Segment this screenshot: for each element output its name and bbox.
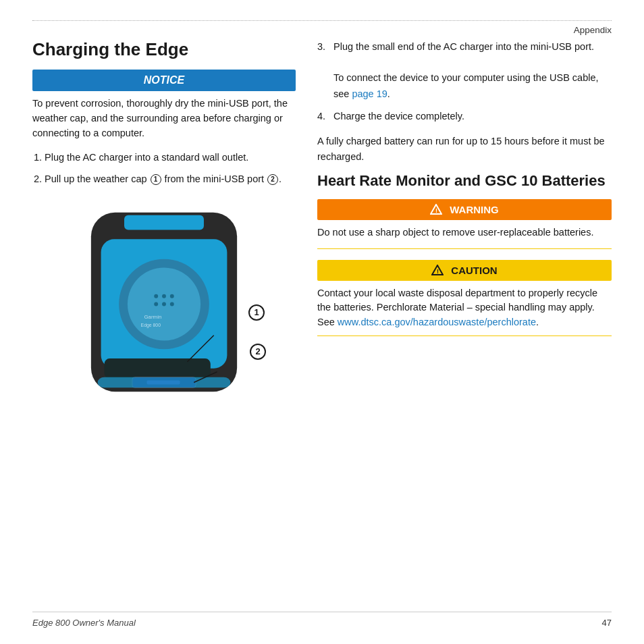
caution-label: CAUTION	[451, 265, 497, 276]
step-3-sub: To connect the device to your computer u…	[333, 72, 599, 99]
step-4-num: 4.	[317, 109, 328, 124]
charging-steps: Plug the AC charger into a standard wall…	[45, 150, 296, 186]
right-column: 3. Plug the small end of the AC charger …	[317, 39, 612, 408]
svg-point-7	[170, 294, 174, 298]
battery-para: A fully charged battery can run for up t…	[317, 134, 612, 165]
footer-page-number: 47	[602, 618, 612, 628]
step-3-content: Plug the small end of the AC charger int…	[333, 39, 612, 102]
caution-banner: ! CAUTION	[317, 260, 612, 281]
svg-rect-1	[124, 215, 204, 230]
warning-text: Do not use a sharp object to remove user…	[317, 225, 612, 249]
step-1: Plug the AC charger into a standard wall…	[45, 150, 296, 165]
page: Appendix Charging the Edge NOTICE To pre…	[0, 0, 644, 644]
charging-steps-cont: 3. Plug the small end of the AC charger …	[317, 39, 612, 124]
device-illustration: Garmin Edge 800 1	[32, 199, 296, 408]
caution-text: Contact your local waste disposal depart…	[317, 286, 612, 336]
notice-banner: NOTICE	[32, 70, 296, 91]
svg-rect-16	[98, 377, 231, 387]
step-1-text: Plug the AC charger into a standard wall…	[45, 152, 248, 163]
svg-text:Edge 800: Edge 800	[141, 323, 161, 328]
svg-text:!: !	[437, 268, 439, 275]
section-title-charging: Charging the Edge	[32, 39, 296, 60]
step-3-num: 3.	[317, 39, 328, 102]
callout-2: 2	[250, 344, 266, 360]
step-4-text: Charge the device completely.	[333, 109, 464, 124]
callout-1: 1	[248, 304, 265, 321]
warning-label: WARNING	[450, 204, 499, 215]
step-3-text: Plug the small end of the AC charger int…	[333, 41, 594, 52]
svg-text:!: !	[435, 207, 437, 214]
svg-point-10	[170, 302, 174, 306]
warning-banner: ! WARNING	[317, 199, 612, 220]
left-column: Charging the Edge NOTICE To prevent corr…	[32, 39, 296, 408]
step-3: 3. Plug the small end of the AC charger …	[317, 39, 612, 102]
page-footer: Edge 800 Owner's Manual 47	[32, 612, 612, 628]
svg-point-8	[154, 302, 158, 306]
two-column-layout: Charging the Edge NOTICE To prevent corr…	[32, 39, 612, 408]
svg-point-6	[162, 294, 166, 298]
step-4: 4. Charge the device completely.	[317, 109, 612, 124]
callout-ref-1: 1	[151, 174, 161, 185]
section-title-heartrate: Heart Rate Monitor and GSC 10 Batteries	[317, 171, 612, 191]
footer-manual-title: Edge 800 Owner's Manual	[32, 618, 136, 628]
callout-ref-2: 2	[267, 174, 278, 185]
device-svg: Garmin Edge 800	[76, 206, 252, 402]
svg-point-9	[162, 302, 166, 306]
svg-point-5	[154, 294, 158, 298]
appendix-label: Appendix	[32, 20, 612, 35]
caution-icon: !	[431, 265, 444, 275]
step-2-text: Pull up the weather cap 1 from the mini-…	[45, 173, 281, 184]
svg-rect-13	[105, 358, 211, 378]
step-2: Pull up the weather cap 1 from the mini-…	[45, 171, 296, 187]
page-19-link[interactable]: page 19	[352, 88, 387, 99]
svg-text:Garmin: Garmin	[144, 314, 162, 320]
warning-icon: !	[430, 204, 442, 215]
caution-link[interactable]: www.dtsc.ca.gov/hazardouswaste/perchlora…	[338, 317, 536, 327]
notice-label: NOTICE	[144, 74, 184, 86]
notice-text: To prevent corrosion, thoroughly dry the…	[32, 97, 296, 140]
